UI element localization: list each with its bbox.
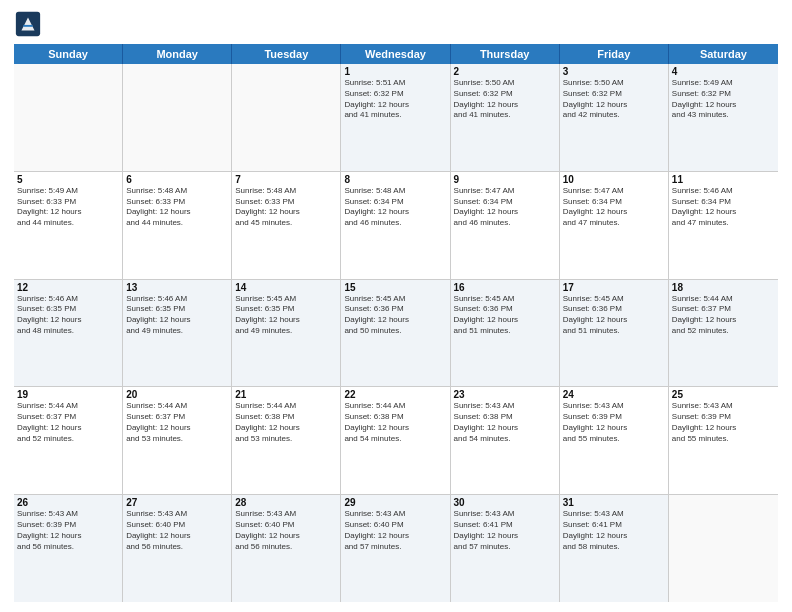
day-info: Sunrise: 5:45 AMSunset: 6:35 PMDaylight:…	[235, 294, 337, 337]
calendar-row-0: 1Sunrise: 5:51 AMSunset: 6:32 PMDaylight…	[14, 64, 778, 172]
calendar-cell-14: 14Sunrise: 5:45 AMSunset: 6:35 PMDayligh…	[232, 280, 341, 387]
day-info: Sunrise: 5:43 AMSunset: 6:38 PMDaylight:…	[454, 401, 556, 444]
day-info: Sunrise: 5:49 AMSunset: 6:32 PMDaylight:…	[672, 78, 775, 121]
svg-rect-2	[23, 25, 32, 27]
day-info: Sunrise: 5:44 AMSunset: 6:38 PMDaylight:…	[235, 401, 337, 444]
day-info: Sunrise: 5:43 AMSunset: 6:40 PMDaylight:…	[235, 509, 337, 552]
calendar-cell-3: 3Sunrise: 5:50 AMSunset: 6:32 PMDaylight…	[560, 64, 669, 171]
calendar-cell-27: 27Sunrise: 5:43 AMSunset: 6:40 PMDayligh…	[123, 495, 232, 602]
day-info: Sunrise: 5:50 AMSunset: 6:32 PMDaylight:…	[563, 78, 665, 121]
calendar-cell-20: 20Sunrise: 5:44 AMSunset: 6:37 PMDayligh…	[123, 387, 232, 494]
day-number: 21	[235, 389, 337, 400]
day-info: Sunrise: 5:48 AMSunset: 6:33 PMDaylight:…	[126, 186, 228, 229]
day-info: Sunrise: 5:48 AMSunset: 6:33 PMDaylight:…	[235, 186, 337, 229]
logo-icon	[14, 10, 42, 38]
calendar-cell-5: 5Sunrise: 5:49 AMSunset: 6:33 PMDaylight…	[14, 172, 123, 279]
calendar-cell-4: 4Sunrise: 5:49 AMSunset: 6:32 PMDaylight…	[669, 64, 778, 171]
page: SundayMondayTuesdayWednesdayThursdayFrid…	[0, 0, 792, 612]
calendar-cell-18: 18Sunrise: 5:44 AMSunset: 6:37 PMDayligh…	[669, 280, 778, 387]
calendar-cell-23: 23Sunrise: 5:43 AMSunset: 6:38 PMDayligh…	[451, 387, 560, 494]
header-day-wednesday: Wednesday	[341, 44, 450, 64]
day-number: 24	[563, 389, 665, 400]
day-info: Sunrise: 5:43 AMSunset: 6:39 PMDaylight:…	[17, 509, 119, 552]
day-number: 7	[235, 174, 337, 185]
day-info: Sunrise: 5:45 AMSunset: 6:36 PMDaylight:…	[344, 294, 446, 337]
day-info: Sunrise: 5:48 AMSunset: 6:34 PMDaylight:…	[344, 186, 446, 229]
calendar-cell-empty-0-1	[123, 64, 232, 171]
day-number: 1	[344, 66, 446, 77]
day-number: 17	[563, 282, 665, 293]
calendar-cell-19: 19Sunrise: 5:44 AMSunset: 6:37 PMDayligh…	[14, 387, 123, 494]
calendar-row-1: 5Sunrise: 5:49 AMSunset: 6:33 PMDaylight…	[14, 172, 778, 280]
calendar-cell-12: 12Sunrise: 5:46 AMSunset: 6:35 PMDayligh…	[14, 280, 123, 387]
calendar-cell-empty-0-0	[14, 64, 123, 171]
calendar-cell-2: 2Sunrise: 5:50 AMSunset: 6:32 PMDaylight…	[451, 64, 560, 171]
calendar-row-3: 19Sunrise: 5:44 AMSunset: 6:37 PMDayligh…	[14, 387, 778, 495]
day-info: Sunrise: 5:44 AMSunset: 6:37 PMDaylight:…	[17, 401, 119, 444]
day-number: 22	[344, 389, 446, 400]
header-day-thursday: Thursday	[451, 44, 560, 64]
day-info: Sunrise: 5:46 AMSunset: 6:34 PMDaylight:…	[672, 186, 775, 229]
day-number: 4	[672, 66, 775, 77]
calendar-cell-6: 6Sunrise: 5:48 AMSunset: 6:33 PMDaylight…	[123, 172, 232, 279]
calendar-cell-21: 21Sunrise: 5:44 AMSunset: 6:38 PMDayligh…	[232, 387, 341, 494]
day-number: 12	[17, 282, 119, 293]
header-day-saturday: Saturday	[669, 44, 778, 64]
day-number: 29	[344, 497, 446, 508]
day-number: 28	[235, 497, 337, 508]
calendar-cell-26: 26Sunrise: 5:43 AMSunset: 6:39 PMDayligh…	[14, 495, 123, 602]
logo	[14, 10, 46, 38]
day-info: Sunrise: 5:47 AMSunset: 6:34 PMDaylight:…	[454, 186, 556, 229]
day-number: 25	[672, 389, 775, 400]
calendar-cell-31: 31Sunrise: 5:43 AMSunset: 6:41 PMDayligh…	[560, 495, 669, 602]
day-number: 10	[563, 174, 665, 185]
day-info: Sunrise: 5:45 AMSunset: 6:36 PMDaylight:…	[454, 294, 556, 337]
header	[14, 10, 778, 38]
day-info: Sunrise: 5:43 AMSunset: 6:39 PMDaylight:…	[672, 401, 775, 444]
day-number: 20	[126, 389, 228, 400]
day-number: 30	[454, 497, 556, 508]
calendar-cell-15: 15Sunrise: 5:45 AMSunset: 6:36 PMDayligh…	[341, 280, 450, 387]
calendar-cell-28: 28Sunrise: 5:43 AMSunset: 6:40 PMDayligh…	[232, 495, 341, 602]
day-number: 14	[235, 282, 337, 293]
day-info: Sunrise: 5:49 AMSunset: 6:33 PMDaylight:…	[17, 186, 119, 229]
day-number: 26	[17, 497, 119, 508]
day-number: 3	[563, 66, 665, 77]
day-info: Sunrise: 5:44 AMSunset: 6:38 PMDaylight:…	[344, 401, 446, 444]
calendar-cell-16: 16Sunrise: 5:45 AMSunset: 6:36 PMDayligh…	[451, 280, 560, 387]
day-info: Sunrise: 5:45 AMSunset: 6:36 PMDaylight:…	[563, 294, 665, 337]
day-number: 19	[17, 389, 119, 400]
day-info: Sunrise: 5:46 AMSunset: 6:35 PMDaylight:…	[17, 294, 119, 337]
calendar-row-4: 26Sunrise: 5:43 AMSunset: 6:39 PMDayligh…	[14, 495, 778, 602]
calendar-cell-22: 22Sunrise: 5:44 AMSunset: 6:38 PMDayligh…	[341, 387, 450, 494]
day-number: 13	[126, 282, 228, 293]
day-number: 2	[454, 66, 556, 77]
calendar-cell-25: 25Sunrise: 5:43 AMSunset: 6:39 PMDayligh…	[669, 387, 778, 494]
day-info: Sunrise: 5:44 AMSunset: 6:37 PMDaylight:…	[672, 294, 775, 337]
day-info: Sunrise: 5:43 AMSunset: 6:40 PMDaylight:…	[344, 509, 446, 552]
day-info: Sunrise: 5:50 AMSunset: 6:32 PMDaylight:…	[454, 78, 556, 121]
day-number: 6	[126, 174, 228, 185]
calendar-cell-8: 8Sunrise: 5:48 AMSunset: 6:34 PMDaylight…	[341, 172, 450, 279]
calendar-cell-empty-4-6	[669, 495, 778, 602]
header-day-friday: Friday	[560, 44, 669, 64]
day-number: 16	[454, 282, 556, 293]
day-number: 18	[672, 282, 775, 293]
calendar: SundayMondayTuesdayWednesdayThursdayFrid…	[14, 44, 778, 602]
day-number: 9	[454, 174, 556, 185]
day-info: Sunrise: 5:43 AMSunset: 6:39 PMDaylight:…	[563, 401, 665, 444]
calendar-body: 1Sunrise: 5:51 AMSunset: 6:32 PMDaylight…	[14, 64, 778, 602]
calendar-cell-24: 24Sunrise: 5:43 AMSunset: 6:39 PMDayligh…	[560, 387, 669, 494]
calendar-cell-1: 1Sunrise: 5:51 AMSunset: 6:32 PMDaylight…	[341, 64, 450, 171]
day-number: 27	[126, 497, 228, 508]
header-day-monday: Monday	[123, 44, 232, 64]
day-info: Sunrise: 5:43 AMSunset: 6:40 PMDaylight:…	[126, 509, 228, 552]
day-number: 5	[17, 174, 119, 185]
calendar-cell-17: 17Sunrise: 5:45 AMSunset: 6:36 PMDayligh…	[560, 280, 669, 387]
day-number: 23	[454, 389, 556, 400]
calendar-cell-empty-0-2	[232, 64, 341, 171]
day-info: Sunrise: 5:51 AMSunset: 6:32 PMDaylight:…	[344, 78, 446, 121]
calendar-cell-7: 7Sunrise: 5:48 AMSunset: 6:33 PMDaylight…	[232, 172, 341, 279]
calendar-cell-30: 30Sunrise: 5:43 AMSunset: 6:41 PMDayligh…	[451, 495, 560, 602]
calendar-cell-29: 29Sunrise: 5:43 AMSunset: 6:40 PMDayligh…	[341, 495, 450, 602]
